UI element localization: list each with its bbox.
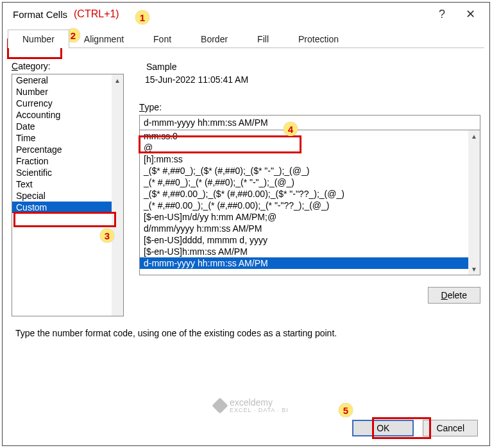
category-label: Category:: [12, 61, 124, 71]
type-item[interactable]: _($* #,##0.00_);_($* (#,##0.00);_($* "-"…: [140, 188, 480, 200]
category-item-currency[interactable]: Currency: [12, 98, 123, 109]
type-item[interactable]: [$-en-US]h:mm:ss AM/PM: [140, 246, 480, 257]
type-input-value: d-mmm-yyyy hh:mm:ss AM/PM: [144, 117, 268, 128]
dialog-title: Format Cells: [13, 9, 67, 20]
type-item[interactable]: mm:ss.0: [140, 130, 480, 142]
category-list[interactable]: General Number Currency Accounting Date …: [12, 74, 124, 316]
category-item-custom[interactable]: Custom: [12, 202, 123, 213]
type-item[interactable]: [h]:mm:ss: [140, 153, 480, 165]
description-text: Type the number format code, using one o…: [3, 323, 489, 343]
type-label: Type:: [139, 102, 480, 112]
tab-strip: Number Alignment Font Border Fill Protec…: [3, 26, 489, 48]
tab-protection[interactable]: Protection: [284, 30, 353, 48]
type-item[interactable]: _(* #,##0_);_(* (#,##0);_(* "-"_);_(@_): [140, 177, 480, 188]
watermark: exceldemy EXCEL · DATA · BI: [214, 397, 289, 413]
type-item[interactable]: @: [140, 142, 480, 153]
sample-group: Sample 15-Jun-2022 11:05:41 AM: [139, 61, 480, 92]
scroll-up-icon[interactable]: ▲: [112, 74, 123, 86]
scroll-up-icon[interactable]: ▲: [468, 130, 480, 142]
category-item-general[interactable]: General: [12, 74, 123, 86]
category-item-number[interactable]: Number: [12, 86, 123, 98]
watermark-main: exceldemy: [230, 397, 273, 408]
type-item[interactable]: d/mmm/yyyy h:mm:ss AM/PM: [140, 223, 480, 234]
type-item[interactable]: [$-en-US]m/d/yy h:mm AM/PM;@: [140, 211, 480, 223]
tab-alignment[interactable]: Alignment: [69, 30, 139, 48]
type-item-selected[interactable]: d-mmm-yyyy hh:mm:ss AM/PM: [140, 257, 480, 269]
category-item-special[interactable]: Special: [12, 190, 123, 202]
category-item-accounting[interactable]: Accounting: [12, 109, 123, 121]
category-item-time[interactable]: Time: [12, 132, 123, 144]
category-item-text[interactable]: Text: [12, 178, 123, 190]
delete-button[interactable]: Delete: [428, 287, 480, 304]
format-cells-dialog: Format Cells (CTRL+1) ? ✕ Number Alignme…: [2, 2, 490, 446]
sample-value: 15-Jun-2022 11:05:41 AM: [140, 72, 480, 91]
tab-border[interactable]: Border: [186, 30, 242, 48]
type-scrollbar[interactable]: ▲ ▼: [468, 130, 480, 275]
type-item[interactable]: _(* #,##0.00_);_(* (#,##0.00);_(* "-"??_…: [140, 200, 480, 211]
category-item-date[interactable]: Date: [12, 121, 123, 132]
type-list[interactable]: mm:ss.0 @ [h]:mm:ss _($* #,##0_);_($* (#…: [139, 130, 480, 275]
close-icon[interactable]: ✕: [456, 7, 484, 21]
scroll-down-icon[interactable]: ▼: [468, 263, 480, 275]
dialog-footer: OK Cancel: [352, 420, 478, 436]
type-item[interactable]: _($* #,##0_);_($* (#,##0);_($* "-"_);_(@…: [140, 165, 480, 177]
ok-button[interactable]: OK: [352, 420, 414, 436]
annotation-badge-5: 5: [339, 403, 353, 417]
help-icon[interactable]: ?: [428, 8, 456, 21]
category-item-fraction[interactable]: Fraction: [12, 155, 123, 167]
tab-number[interactable]: Number: [8, 30, 69, 48]
watermark-sub: EXCEL · DATA · BI: [230, 408, 289, 413]
category-item-percentage[interactable]: Percentage: [12, 144, 123, 155]
sample-label: Sample: [144, 62, 179, 72]
shortcut-annotation: (CTRL+1): [74, 8, 119, 20]
type-input[interactable]: d-mmm-yyyy hh:mm:ss AM/PM: [139, 115, 480, 130]
watermark-icon: [212, 397, 228, 413]
type-item[interactable]: [$-en-US]dddd, mmmm d, yyyy: [140, 234, 480, 246]
tab-fill[interactable]: Fill: [242, 30, 284, 48]
tab-font[interactable]: Font: [139, 30, 186, 48]
cancel-button[interactable]: Cancel: [423, 420, 478, 436]
category-item-scientific[interactable]: Scientific: [12, 167, 123, 178]
category-scrollbar[interactable]: ▲: [112, 74, 123, 316]
titlebar: Format Cells (CTRL+1) ? ✕: [3, 3, 489, 26]
